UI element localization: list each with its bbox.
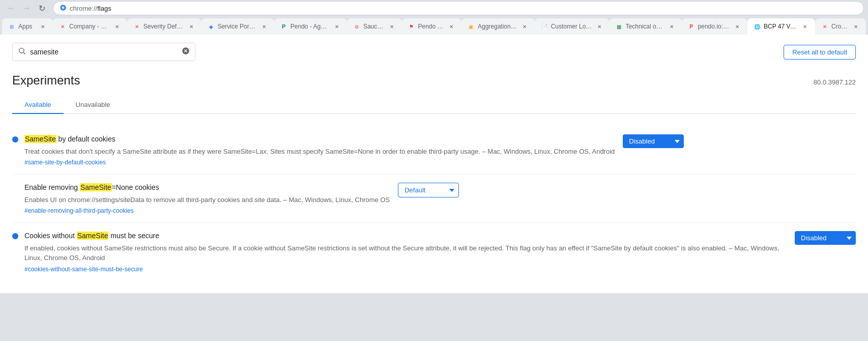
tab-pendo-pages-close[interactable]: ✕ bbox=[733, 22, 741, 31]
tab-aggregations-label: Aggregations 101... bbox=[478, 23, 517, 30]
tab-service-portal[interactable]: ◆ Service Portal - S... ✕ bbox=[201, 18, 274, 35]
tab-available[interactable]: Available bbox=[12, 96, 64, 113]
flag-select-3[interactable]: Disabled Enabled Default bbox=[795, 231, 856, 245]
back-button[interactable]: ← bbox=[4, 1, 18, 15]
page-content: Reset all to default Experiments 80.0.39… bbox=[0, 35, 868, 293]
flag-title-highlight-1: SameSite bbox=[24, 135, 56, 143]
company-favicon: ✕ bbox=[59, 23, 66, 30]
flag-description-3: If enabled, cookies without SameSite res… bbox=[24, 243, 787, 263]
search-input[interactable] bbox=[30, 48, 178, 56]
flag-select-1[interactable]: Disabled Enabled Default bbox=[623, 134, 684, 148]
forward-button[interactable]: → bbox=[19, 1, 34, 15]
tab-aggregations[interactable]: ▣ Aggregations 101... ✕ bbox=[461, 18, 535, 35]
flag-description-1: Treat cookies that don't specify a SameS… bbox=[24, 147, 615, 157]
flag-item-enable-removing: Enable removing SameSite=None cookies En… bbox=[12, 175, 856, 223]
saucelabs-favicon: ⊘ bbox=[353, 23, 360, 30]
bcp47-favicon: 🌐 bbox=[754, 23, 761, 30]
pendo-agent-favicon: P bbox=[280, 23, 287, 30]
flag-select-2[interactable]: Default Enabled Disabled bbox=[398, 183, 459, 197]
tab-pendo-status-label: Pendo Status bbox=[418, 23, 444, 30]
tab-technical-owners[interactable]: ▦ Technical owners... ✕ bbox=[610, 18, 682, 35]
flag-title-text-1: by default cookies bbox=[56, 135, 115, 143]
tab-technical-owners-close[interactable]: ✕ bbox=[668, 22, 676, 31]
flags-toolbar: Reset all to default bbox=[0, 35, 868, 61]
flag-title-text-2b: =None cookies bbox=[112, 183, 159, 191]
pendo-status-favicon: ⚑ bbox=[408, 23, 415, 30]
tab-pendo-pages-label: pendo.io: Pages bbox=[698, 23, 730, 30]
search-box[interactable] bbox=[12, 43, 195, 61]
flags-list: SameSite by default cookies Treat cookie… bbox=[12, 114, 856, 293]
reset-all-button[interactable]: Reset all to default bbox=[784, 45, 856, 60]
search-icon bbox=[18, 47, 26, 57]
tab-pendo-pages[interactable]: P pendo.io: Pages ✕ bbox=[682, 18, 747, 35]
flag-title-text-3a: Cookies without bbox=[24, 232, 77, 240]
flag-control-1: Disabled Enabled Default bbox=[623, 134, 684, 148]
flag-content-enable-removing: Enable removing SameSite=None cookies En… bbox=[24, 183, 390, 214]
flag-content-samesite-default: SameSite by default cookies Treat cookie… bbox=[24, 134, 615, 166]
address-text: chrome://flags bbox=[70, 5, 857, 12]
title-bar: ← → ↻ chrome://flags bbox=[0, 0, 868, 16]
tab-apps[interactable]: ⊞ Apps ✕ bbox=[2, 18, 53, 35]
flag-item-cookies-without-samesite: Cookies without SameSite must be secure … bbox=[12, 223, 856, 281]
tab-customer-login[interactable]: 📄 Customer Login In... ✕ bbox=[535, 18, 610, 35]
tab-pendo-agent-close[interactable]: ✕ bbox=[333, 22, 341, 31]
tab-crowd-close[interactable]: ✕ bbox=[852, 22, 860, 31]
reload-button[interactable]: ↻ bbox=[35, 1, 49, 15]
tab-pendo-status[interactable]: ⚑ Pendo Status ✕ bbox=[402, 18, 461, 35]
apps-favicon: ⊞ bbox=[8, 23, 15, 30]
flag-link-1[interactable]: #same-site-by-default-cookies bbox=[24, 159, 106, 166]
tab-service-portal-label: Service Portal - S... bbox=[218, 23, 257, 30]
severity-favicon: ✕ bbox=[133, 23, 140, 30]
tab-company-close[interactable]: ✕ bbox=[113, 22, 121, 31]
flag-title-text-3b: must be secure bbox=[108, 232, 159, 240]
flag-indicator-blue-1 bbox=[12, 136, 18, 143]
tab-pendo-agent-label: Pendo - Agent Ze... bbox=[291, 23, 330, 30]
tab-pendo-status-close[interactable]: ✕ bbox=[447, 22, 455, 31]
flag-left-enable-removing: Enable removing SameSite=None cookies En… bbox=[12, 183, 390, 214]
tab-crowd-label: Crowd... bbox=[831, 23, 849, 30]
flag-title-enable-removing: Enable removing SameSite=None cookies bbox=[24, 183, 390, 193]
flag-link-3[interactable]: #cookies-without-same-site-must-be-secur… bbox=[24, 266, 143, 273]
pendo-pages-favicon: P bbox=[688, 23, 695, 30]
tab-service-portal-close[interactable]: ✕ bbox=[260, 22, 268, 31]
tab-unavailable[interactable]: Unavailable bbox=[64, 96, 123, 113]
tab-company-conflu[interactable]: ✕ Company - Conflu... ✕ bbox=[53, 18, 127, 35]
chrome-icon bbox=[60, 4, 67, 13]
flag-link-2[interactable]: #enable-removing-all-third-party-cookies bbox=[24, 207, 134, 214]
tab-bcp47[interactable]: 🌐 BCP 47 Validator ✕ bbox=[747, 18, 815, 35]
tab-saucelabs-close[interactable]: ✕ bbox=[388, 22, 396, 31]
tab-company-label: Company - Conflu... bbox=[69, 23, 110, 30]
tab-saucelabs[interactable]: ⊘ SauceLabs ✕ bbox=[347, 18, 402, 35]
tab-aggregations-close[interactable]: ✕ bbox=[520, 22, 529, 31]
flag-title-samesite-default: SameSite by default cookies bbox=[24, 134, 615, 145]
flag-content-cookies-without-samesite: Cookies without SameSite must be secure … bbox=[24, 231, 787, 273]
address-bar[interactable]: chrome://flags bbox=[53, 1, 864, 15]
tab-severity-close[interactable]: ✕ bbox=[187, 22, 195, 31]
tab-apps-close[interactable]: ✕ bbox=[39, 22, 47, 31]
flag-control-3: Disabled Enabled Default bbox=[795, 231, 856, 245]
flag-left-samesite-default: SameSite by default cookies Treat cookie… bbox=[12, 134, 615, 166]
tab-severity-def[interactable]: ✕ Severity Definition... ✕ bbox=[127, 18, 201, 35]
flag-description-2: Enables UI on chrome://settings/siteData… bbox=[24, 195, 390, 205]
service-portal-favicon: ◆ bbox=[208, 23, 215, 30]
flag-title-text-2a: Enable removing bbox=[24, 183, 80, 191]
search-clear-icon[interactable] bbox=[182, 47, 190, 57]
technical-owners-favicon: ▦ bbox=[616, 23, 623, 30]
experiments-container: Experiments 80.0.3987.122 Available Unav… bbox=[0, 61, 868, 293]
flag-title-highlight-2: SameSite bbox=[80, 183, 112, 191]
svg-point-2 bbox=[19, 48, 24, 53]
tab-severity-label: Severity Definition... bbox=[143, 23, 184, 30]
aggregations-favicon: ▣ bbox=[468, 23, 475, 30]
nav-buttons: ← → ↻ bbox=[4, 1, 49, 15]
tab-crowd[interactable]: ✕ Crowd... ✕ bbox=[815, 18, 866, 35]
browser-chrome: ← → ↻ chrome://flags ⊞ Apps ✕ ✕ Company … bbox=[0, 0, 868, 341]
version-text: 80.0.3987.122 bbox=[814, 78, 856, 86]
flag-title-cookies-without-samesite: Cookies without SameSite must be secure bbox=[24, 231, 787, 241]
tab-bcp47-close[interactable]: ✕ bbox=[801, 22, 809, 31]
flag-item-samesite-default: SameSite by default cookies Treat cookie… bbox=[12, 126, 856, 175]
tab-customer-login-close[interactable]: ✕ bbox=[595, 22, 603, 31]
flag-indicator-blue-3 bbox=[12, 233, 18, 239]
tab-technical-owners-label: Technical owners... bbox=[626, 23, 664, 30]
tab-saucelabs-label: SauceLabs bbox=[363, 23, 385, 30]
tab-pendo-agent[interactable]: P Pendo - Agent Ze... ✕ bbox=[274, 18, 347, 35]
